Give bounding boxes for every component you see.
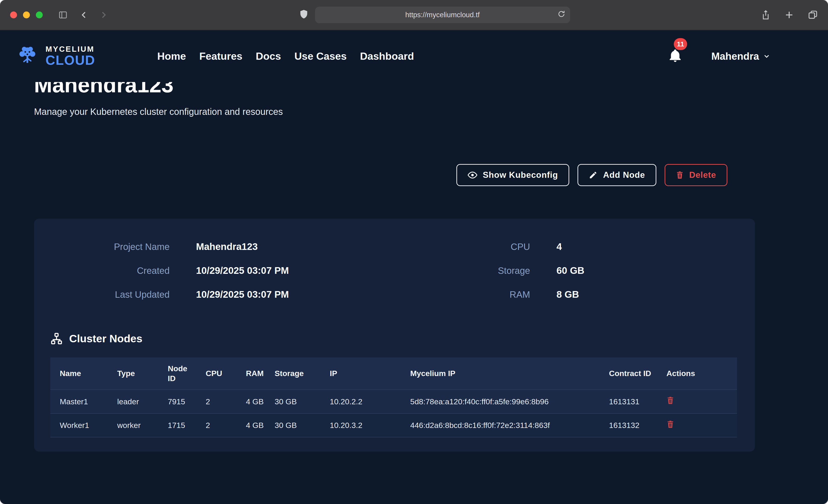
top-navbar: MYCELIUM CLOUD HomeFeaturesDocsUse Cases… <box>0 30 828 82</box>
tabs-icon <box>808 10 818 20</box>
info-row: CPU4 <box>395 235 755 259</box>
column-header-storage: Storage <box>265 358 320 390</box>
info-row: Created10/29/2025 03:07 PM <box>34 259 395 283</box>
info-label: Created <box>34 265 170 276</box>
info-label: CPU <box>395 242 530 252</box>
info-value: 8 GB <box>556 289 755 300</box>
notification-badge: 11 <box>674 38 687 50</box>
chevron-left-icon <box>80 10 89 19</box>
add-node-button[interactable]: Add Node <box>578 164 656 186</box>
info-row: RAM8 GB <box>395 283 755 306</box>
table-cell: 1613131 <box>599 390 657 414</box>
share-icon <box>761 10 771 20</box>
url-text: https://myceliumcloud.tf <box>405 11 480 19</box>
tab-overview-button[interactable] <box>808 10 818 20</box>
sidebar-toggle-button[interactable] <box>58 10 68 19</box>
user-menu[interactable]: Mahendra <box>711 50 771 62</box>
nav-item-dashboard[interactable]: Dashboard <box>360 50 414 62</box>
info-value: 10/29/2025 03:07 PM <box>196 265 395 276</box>
zoom-window-button[interactable] <box>36 11 43 18</box>
user-name: Mahendra <box>711 50 759 62</box>
new-tab-button[interactable] <box>784 10 794 20</box>
column-header-ip: IP <box>320 358 401 390</box>
add-node-label: Add Node <box>603 170 645 180</box>
show-kubeconfig-label: Show Kubeconfig <box>483 170 558 180</box>
delete-label: Delete <box>689 170 716 180</box>
table-cell: 30 GB <box>265 390 320 414</box>
delete-node-button[interactable] <box>666 396 674 406</box>
column-header-cpu: CPU <box>196 358 237 390</box>
table-cell: 2 <box>196 390 237 414</box>
mycelium-logo-icon <box>15 45 40 67</box>
chevron-right-icon <box>99 10 108 19</box>
column-header-type: Type <box>108 358 158 390</box>
cluster-page: Mahendra123 Manage your Kubernetes clust… <box>0 74 828 452</box>
cluster-nodes-header: Cluster Nodes <box>50 332 755 345</box>
nav-links: HomeFeaturesDocsUse CasesDashboard <box>157 50 414 62</box>
column-header-contract-id: Contract ID <box>599 358 657 390</box>
cluster-info-left: Project NameMahendra123Created10/29/2025… <box>34 235 395 306</box>
table-cell: Master1 <box>50 390 108 414</box>
trash-icon <box>666 396 674 405</box>
address-bar[interactable]: https://myceliumcloud.tf <box>315 7 570 23</box>
info-row: Last Updated10/29/2025 03:07 PM <box>34 283 395 306</box>
column-header-actions: Actions <box>657 358 737 390</box>
table-cell: 4 GB <box>237 390 265 414</box>
table-cell: 446:d2a6:8bcd:8c16:ff0f:72e2:3114:863f <box>401 414 599 437</box>
reload-icon <box>557 10 566 18</box>
share-button[interactable] <box>761 10 771 20</box>
table-cell: 7915 <box>158 390 196 414</box>
chevron-down-icon <box>763 52 771 60</box>
browser-window: https://myceliumcloud.tf <box>0 0 828 504</box>
notifications-button[interactable]: 11 <box>668 48 682 64</box>
brand-logo[interactable]: MYCELIUM CLOUD <box>15 45 95 67</box>
page-body: MYCELIUM CLOUD HomeFeaturesDocsUse Cases… <box>0 30 828 504</box>
table-cell: 1715 <box>158 414 196 437</box>
nav-item-home[interactable]: Home <box>157 50 186 62</box>
privacy-shield-icon[interactable] <box>299 9 308 21</box>
table-cell: 10.20.2.2 <box>320 390 401 414</box>
info-label: RAM <box>395 289 530 300</box>
forward-button[interactable] <box>99 10 108 19</box>
table-cell: 1613132 <box>599 414 657 437</box>
cluster-info-right: CPU4Storage60 GBRAM8 GB <box>395 235 755 306</box>
table-body: Master1leader791524 GB30 GB10.20.2.25d8:… <box>50 390 737 437</box>
eye-icon <box>468 171 477 179</box>
reload-button[interactable] <box>557 10 566 20</box>
cluster-nodes-table: NameTypeNode IDCPURAMStorageIPMycelium I… <box>50 358 737 437</box>
delete-node-button[interactable] <box>666 420 674 429</box>
table-row: Master1leader791524 GB30 GB10.20.2.25d8:… <box>50 390 737 414</box>
trash-icon <box>676 171 684 179</box>
trash-icon <box>666 420 674 429</box>
column-header-mycelium-ip: Mycelium IP <box>401 358 599 390</box>
nav-item-features[interactable]: Features <box>199 50 242 62</box>
minimize-window-button[interactable] <box>23 11 30 18</box>
table-cell: 30 GB <box>265 414 320 437</box>
info-value: 60 GB <box>556 265 755 276</box>
page-subtitle: Manage your Kubernetes cluster configura… <box>34 107 828 117</box>
column-header-name: Name <box>50 358 108 390</box>
nav-item-use-cases[interactable]: Use Cases <box>294 50 347 62</box>
cluster-actions: Show Kubeconfig Add Node Delete <box>34 164 755 186</box>
logo-text-top: MYCELIUM <box>45 45 95 53</box>
bell-icon <box>668 48 682 64</box>
browser-toolbar: https://myceliumcloud.tf <box>0 0 828 30</box>
info-value: Mahendra123 <box>196 241 395 252</box>
table-cell: 2 <box>196 414 237 437</box>
table-cell: Worker1 <box>50 414 108 437</box>
back-button[interactable] <box>80 10 89 19</box>
pencil-icon <box>589 171 597 179</box>
show-kubeconfig-button[interactable]: Show Kubeconfig <box>456 164 569 186</box>
plus-icon <box>784 10 794 20</box>
table-cell: 5d8:78ea:a120:f40c:ff0f:a5fe:99e6:8b96 <box>401 390 599 414</box>
delete-cluster-button[interactable]: Delete <box>665 164 727 186</box>
window-controls <box>10 11 43 18</box>
info-label: Last Updated <box>34 289 170 300</box>
info-row: Storage60 GB <box>395 259 755 283</box>
sidebar-icon <box>58 10 68 19</box>
info-row: Project NameMahendra123 <box>34 235 395 259</box>
close-window-button[interactable] <box>10 11 17 18</box>
nav-item-docs[interactable]: Docs <box>256 50 281 62</box>
cluster-details-card: Project NameMahendra123Created10/29/2025… <box>34 219 755 452</box>
actions-cell <box>657 390 737 414</box>
